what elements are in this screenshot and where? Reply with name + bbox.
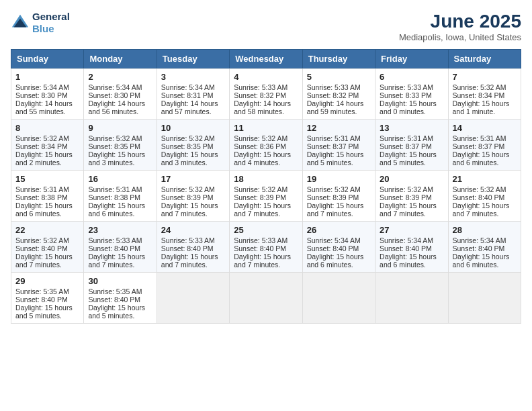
calendar-cell: 24Sunrise: 5:33 AMSunset: 8:40 PMDayligh… (157, 222, 229, 273)
day-number: 1 (15, 72, 79, 82)
day-number: 19 (307, 174, 371, 184)
sunrise-text: Sunrise: 5:32 AM (380, 185, 443, 193)
calendar-cell: 18Sunrise: 5:32 AMSunset: 8:39 PMDayligh… (230, 171, 302, 222)
calendar-cell: 30Sunrise: 5:35 AMSunset: 8:40 PMDayligh… (84, 273, 157, 324)
daylight-text: Daylight: 15 hours and 7 minutes. (161, 253, 225, 269)
calendar-cell: 22Sunrise: 5:32 AMSunset: 8:40 PMDayligh… (11, 222, 84, 273)
calendar-cell: 15Sunrise: 5:31 AMSunset: 8:38 PMDayligh… (11, 171, 84, 222)
sunset-text: Sunset: 8:40 PM (88, 244, 152, 253)
sunset-text: Sunset: 8:39 PM (380, 193, 443, 201)
day-number: 23 (88, 225, 152, 235)
sunset-text: Sunset: 8:38 PM (15, 193, 79, 201)
sunset-text: Sunset: 8:40 PM (453, 193, 517, 201)
daylight-text: Daylight: 15 hours and 7 minutes. (380, 201, 443, 218)
day-number: 24 (161, 225, 225, 235)
sunset-text: Sunset: 8:31 PM (161, 91, 225, 99)
calendar-cell: 11Sunrise: 5:32 AMSunset: 8:36 PMDayligh… (230, 120, 302, 171)
calendar-cell: 29Sunrise: 5:35 AMSunset: 8:40 PMDayligh… (11, 273, 84, 324)
day-number: 2 (88, 72, 152, 82)
calendar-cell: 5Sunrise: 5:33 AMSunset: 8:32 PMDaylight… (302, 68, 375, 120)
calendar-cell: 3Sunrise: 5:34 AMSunset: 8:31 PMDaylight… (157, 68, 229, 120)
weekday-header-sunday: Sunday (11, 50, 84, 68)
daylight-text: Daylight: 15 hours and 6 minutes. (15, 201, 79, 218)
sunrise-text: Sunrise: 5:32 AM (161, 185, 225, 193)
daylight-text: Daylight: 15 hours and 5 minutes. (15, 304, 79, 320)
sunset-text: Sunset: 8:33 PM (380, 91, 443, 99)
sunrise-text: Sunrise: 5:35 AM (15, 287, 79, 295)
calendar-cell: 4Sunrise: 5:33 AMSunset: 8:32 PMDaylight… (230, 68, 302, 120)
daylight-text: Daylight: 15 hours and 7 minutes. (161, 201, 225, 218)
daylight-text: Daylight: 15 hours and 6 minutes. (88, 201, 152, 218)
day-number: 11 (234, 123, 298, 133)
daylight-text: Daylight: 15 hours and 7 minutes. (88, 253, 152, 269)
day-number: 14 (453, 123, 517, 133)
daylight-text: Daylight: 15 hours and 7 minutes. (307, 201, 371, 218)
sunrise-text: Sunrise: 5:33 AM (161, 236, 225, 244)
daylight-text: Daylight: 15 hours and 4 minutes. (234, 150, 298, 167)
sunset-text: Sunset: 8:37 PM (307, 142, 371, 150)
calendar-week-row: 8Sunrise: 5:32 AMSunset: 8:34 PMDaylight… (11, 120, 521, 171)
sunset-text: Sunset: 8:40 PM (88, 295, 152, 304)
sunrise-text: Sunrise: 5:33 AM (307, 83, 371, 91)
sunset-text: Sunset: 8:35 PM (88, 142, 152, 150)
day-number: 20 (380, 174, 443, 184)
day-number: 7 (453, 72, 517, 82)
calendar-title: June 2025 (399, 11, 521, 32)
logo-line2: Blue (32, 23, 70, 35)
sunrise-text: Sunrise: 5:34 AM (161, 83, 225, 91)
daylight-text: Daylight: 15 hours and 7 minutes. (234, 201, 298, 218)
calendar-cell: 1Sunrise: 5:34 AMSunset: 8:30 PMDaylight… (11, 68, 84, 120)
sunrise-text: Sunrise: 5:31 AM (380, 134, 443, 142)
calendar-cell: 7Sunrise: 5:32 AMSunset: 8:34 PMDaylight… (448, 68, 521, 120)
day-number: 12 (307, 123, 371, 133)
sunrise-text: Sunrise: 5:33 AM (234, 83, 298, 91)
calendar-cell: 8Sunrise: 5:32 AMSunset: 8:34 PMDaylight… (11, 120, 84, 171)
calendar-cell: 26Sunrise: 5:34 AMSunset: 8:40 PMDayligh… (302, 222, 375, 273)
day-number: 29 (15, 276, 79, 286)
weekday-header-tuesday: Tuesday (157, 50, 229, 68)
calendar-cell: 16Sunrise: 5:31 AMSunset: 8:38 PMDayligh… (84, 171, 157, 222)
day-number: 26 (307, 225, 371, 235)
sunrise-text: Sunrise: 5:31 AM (307, 134, 371, 142)
daylight-text: Daylight: 15 hours and 7 minutes. (15, 253, 79, 269)
logo-icon (11, 13, 30, 32)
sunrise-text: Sunrise: 5:34 AM (88, 83, 152, 91)
daylight-text: Daylight: 15 hours and 5 minutes. (307, 150, 371, 167)
sunrise-text: Sunrise: 5:32 AM (15, 134, 79, 142)
day-number: 28 (453, 225, 517, 235)
sunset-text: Sunset: 8:39 PM (307, 193, 371, 201)
sunset-text: Sunset: 8:37 PM (453, 142, 517, 150)
daylight-text: Daylight: 14 hours and 58 minutes. (234, 99, 298, 116)
sunset-text: Sunset: 8:30 PM (15, 91, 79, 99)
daylight-text: Daylight: 15 hours and 2 minutes. (15, 150, 79, 167)
calendar-cell (302, 273, 375, 324)
weekday-header-saturday: Saturday (448, 50, 521, 68)
sunrise-text: Sunrise: 5:31 AM (15, 185, 79, 193)
sunrise-text: Sunrise: 5:33 AM (380, 83, 443, 91)
calendar-table: SundayMondayTuesdayWednesdayThursdayFrid… (11, 49, 521, 324)
day-number: 16 (88, 174, 152, 184)
sunrise-text: Sunrise: 5:31 AM (453, 134, 517, 142)
daylight-text: Daylight: 15 hours and 7 minutes. (453, 201, 517, 218)
day-number: 3 (161, 72, 225, 82)
logo-line1: General (32, 11, 70, 23)
weekday-header-wednesday: Wednesday (230, 50, 302, 68)
daylight-text: Daylight: 14 hours and 57 minutes. (161, 99, 225, 116)
daylight-text: Daylight: 14 hours and 59 minutes. (307, 99, 371, 116)
daylight-text: Daylight: 15 hours and 6 minutes. (380, 253, 443, 269)
sunset-text: Sunset: 8:34 PM (15, 142, 79, 150)
day-number: 27 (380, 225, 443, 235)
sunset-text: Sunset: 8:39 PM (234, 193, 298, 201)
sunrise-text: Sunrise: 5:32 AM (88, 134, 152, 142)
calendar-cell: 19Sunrise: 5:32 AMSunset: 8:39 PMDayligh… (302, 171, 375, 222)
day-number: 22 (15, 225, 79, 235)
sunrise-text: Sunrise: 5:31 AM (88, 185, 152, 193)
sunrise-text: Sunrise: 5:34 AM (15, 83, 79, 91)
sunrise-text: Sunrise: 5:32 AM (161, 134, 225, 142)
daylight-text: Daylight: 15 hours and 5 minutes. (380, 150, 443, 167)
page-header: General Blue June 2025 Mediapolis, Iowa,… (11, 11, 521, 42)
calendar-cell (157, 273, 229, 324)
calendar-cell: 21Sunrise: 5:32 AMSunset: 8:40 PMDayligh… (448, 171, 521, 222)
sunrise-text: Sunrise: 5:34 AM (307, 236, 371, 244)
calendar-cell: 25Sunrise: 5:33 AMSunset: 8:40 PMDayligh… (230, 222, 302, 273)
